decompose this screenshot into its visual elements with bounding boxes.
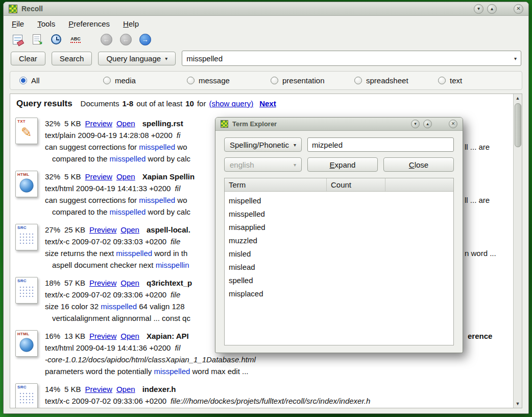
filter-media[interactable]: media bbox=[103, 76, 187, 85]
clear-button[interactable]: Clear bbox=[11, 52, 45, 65]
radio-icon bbox=[271, 77, 278, 84]
close-button[interactable]: Close bbox=[383, 157, 454, 172]
snippet-text: word max edit ... bbox=[190, 367, 248, 376]
html-file-icon: HTML bbox=[15, 330, 38, 357]
term-row[interactable]: misspelled bbox=[225, 207, 453, 221]
filter-presentation[interactable]: presentation bbox=[271, 76, 354, 85]
result-title: spelling.rst bbox=[142, 119, 183, 128]
preview-link[interactable]: Preview bbox=[85, 172, 112, 181]
prev-page-button[interactable]: ← bbox=[119, 33, 132, 46]
results-infix: out of at least bbox=[136, 99, 182, 108]
results-scrollbar[interactable]: ▲ ▼ bbox=[513, 94, 522, 408]
term-explorer-dialog: Term Explorer ▾▴✕ Spelling/Phonetic ▾ en… bbox=[215, 117, 463, 353]
clock-icon bbox=[51, 34, 61, 44]
result-title-line: 14%5 KBPreviewOpenindexer.h bbox=[45, 383, 512, 395]
pencil-icon: ✎ bbox=[21, 125, 32, 141]
result-title: aspell-local. bbox=[147, 225, 190, 234]
scrollbar-thumb[interactable] bbox=[515, 103, 521, 147]
result-mime-date: text/plain 2009-04-19 14:28:08 +0200 bbox=[45, 131, 173, 140]
close-button[interactable]: ✕ bbox=[449, 120, 457, 128]
dialog-title: Term Explorer bbox=[232, 120, 277, 128]
term-input-value[interactable] bbox=[312, 141, 449, 149]
source-dots-icon bbox=[19, 392, 34, 404]
term-cell: misled bbox=[225, 247, 327, 261]
scroll-up-icon[interactable]: ▲ bbox=[516, 94, 520, 102]
unshade-button[interactable]: ▴ bbox=[487, 4, 497, 14]
menu-help[interactable]: Help bbox=[123, 19, 139, 28]
filter-label: spreadsheet bbox=[366, 76, 408, 85]
open-link[interactable]: Open bbox=[116, 385, 135, 393]
filter-message[interactable]: message bbox=[187, 76, 271, 85]
term-explorer-button[interactable]: ABC bbox=[69, 33, 82, 46]
show-query-link[interactable]: (show query) bbox=[209, 99, 253, 108]
globe-icon bbox=[20, 338, 34, 352]
result-path: file bbox=[171, 290, 180, 299]
file-type-badge: HTML bbox=[17, 172, 29, 177]
results-header: Query results Documents 1-8 out of at le… bbox=[10, 94, 522, 112]
filter-all[interactable]: All bbox=[19, 76, 103, 85]
search-query-value[interactable] bbox=[186, 54, 511, 63]
menu-tools[interactable]: Tools bbox=[37, 19, 55, 28]
snippet-text: verticalalignment alignnormal ... const … bbox=[52, 314, 190, 322]
term-row[interactable]: misplaced bbox=[225, 287, 453, 300]
result-size: 5 KB bbox=[64, 385, 81, 393]
term-row[interactable]: misapplied bbox=[225, 221, 453, 234]
term-row[interactable]: muzzled bbox=[225, 234, 453, 247]
open-link[interactable]: Open bbox=[116, 119, 135, 128]
open-link[interactable]: Open bbox=[116, 172, 135, 181]
expansion-mode-select[interactable]: Spelling/Phonetic ▾ bbox=[224, 137, 302, 152]
search-button[interactable]: Search bbox=[52, 52, 92, 65]
menu-file[interactable]: File bbox=[12, 19, 24, 28]
preview-link[interactable]: Preview bbox=[89, 332, 116, 340]
query-language-label: Query language bbox=[106, 54, 161, 63]
preview-link[interactable]: Preview bbox=[85, 119, 112, 128]
result-meta-line: text/x-c 2009-07-02 09:33:06 +0200file:/… bbox=[45, 395, 512, 407]
search-query-input[interactable]: ▾ bbox=[182, 51, 521, 66]
term-row[interactable]: mispelled bbox=[225, 194, 453, 207]
shade-button[interactable]: ▾ bbox=[474, 4, 483, 14]
open-link[interactable]: Open bbox=[120, 332, 139, 340]
history-button[interactable] bbox=[50, 33, 63, 46]
arrow-left-circle-icon: ← bbox=[101, 34, 112, 45]
titlebar[interactable]: Recoll ▾▴✕ bbox=[4, 2, 528, 16]
term-row[interactable]: spelled bbox=[225, 274, 453, 287]
close-button[interactable]: ✕ bbox=[514, 4, 523, 14]
scroll-down-icon[interactable]: ▼ bbox=[516, 400, 520, 408]
open-link[interactable]: Open bbox=[120, 225, 139, 234]
count-cell bbox=[327, 234, 385, 247]
highlighted-term: misspelled bbox=[139, 143, 175, 151]
snippet-text: size 16 color 32 bbox=[45, 302, 101, 311]
first-page-button[interactable]: ← bbox=[100, 33, 113, 46]
results-title: Query results bbox=[16, 99, 72, 109]
filter-spreadsheet[interactable]: spreadsheet bbox=[354, 76, 438, 85]
result-size: 5 KB bbox=[64, 172, 81, 181]
term-table-header[interactable]: Term Count bbox=[225, 178, 453, 192]
expand-button[interactable]: Expand bbox=[307, 157, 378, 172]
titlebar-buttons: ▾▴✕ bbox=[474, 4, 523, 14]
src-file-icon: SRC bbox=[15, 383, 38, 408]
menu-preferences[interactable]: Preferences bbox=[68, 19, 110, 28]
result-mime-date: text/x-c 2009-07-02 09:33:06 +0200 bbox=[45, 290, 166, 299]
term-column-header[interactable]: Term bbox=[225, 178, 327, 191]
next-page-link[interactable]: Next bbox=[259, 99, 276, 108]
preview-link[interactable]: Preview bbox=[89, 279, 116, 287]
term-input[interactable] bbox=[307, 137, 454, 152]
term-cell: mispelled bbox=[225, 194, 327, 207]
next-page-button[interactable]: → bbox=[138, 33, 152, 46]
term-explorer-titlebar[interactable]: Term Explorer ▾▴✕ bbox=[215, 118, 463, 131]
query-language-select[interactable]: Query language ▾ bbox=[98, 52, 176, 65]
open-link[interactable]: Open bbox=[120, 279, 139, 287]
result-mime-date: text/html 2009-04-19 14:41:33 +0200 bbox=[45, 184, 171, 193]
save-query-button[interactable] bbox=[30, 33, 43, 46]
term-row[interactable]: mislead bbox=[225, 261, 453, 274]
preview-link[interactable]: Preview bbox=[85, 385, 112, 393]
language-select[interactable]: english ▾ bbox=[224, 157, 302, 172]
clear-search-button[interactable] bbox=[11, 33, 24, 46]
shade-button[interactable]: ▾ bbox=[411, 120, 420, 128]
result-text: 14%5 KBPreviewOpenindexer.htext/x-c 2009… bbox=[45, 383, 512, 408]
term-row[interactable]: misled bbox=[225, 247, 453, 261]
count-column-header[interactable]: Count bbox=[327, 178, 385, 191]
filter-text[interactable]: text bbox=[438, 76, 522, 85]
preview-link[interactable]: Preview bbox=[89, 225, 116, 234]
unshade-button[interactable]: ▴ bbox=[423, 120, 432, 128]
